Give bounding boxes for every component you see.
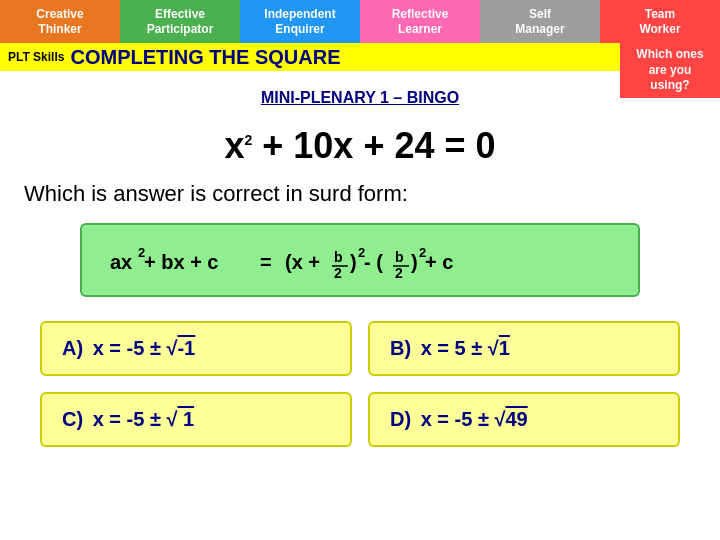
completing-title: COMPLETING THE SQUARE <box>70 46 712 69</box>
answer-a-value: x = -5 ± √ <box>93 337 178 359</box>
which-answer-text: Which is answer is correct in surd form: <box>20 181 700 207</box>
answer-b-value: x = 5 ± √ <box>421 337 499 359</box>
skill-team-worker: TeamWorker <box>600 0 720 43</box>
answer-d-value: x = -5 ± √ <box>421 408 506 430</box>
plt-label: PLT Skills <box>8 50 64 64</box>
formula-box: ax 2 + bx + c = (x + b 2 ) 2 - ( b 2 ) 2… <box>80 223 640 297</box>
answer-d-label: D) <box>390 408 411 430</box>
answer-a[interactable]: A) x = -5 ± √-1 <box>40 321 352 376</box>
skill-effective-participator: EffectiveParticipator <box>120 0 240 43</box>
svg-text:2: 2 <box>334 265 342 281</box>
svg-text:ax: ax <box>110 251 132 273</box>
plt-bar: PLT Skills COMPLETING THE SQUARE <box>0 43 720 71</box>
answer-c[interactable]: C) x = -5 ± √ 1 <box>40 392 352 447</box>
svg-text:+ bx + c: + bx + c <box>144 251 219 273</box>
svg-text:- (: - ( <box>364 251 383 273</box>
answer-c-sqrt: 1 <box>177 408 194 430</box>
answer-d[interactable]: D) x = -5 ± √49 <box>368 392 680 447</box>
answers-grid: A) x = -5 ± √-1 B) x = 5 ± √1 C) x = -5 … <box>20 321 700 447</box>
answer-d-sqrt: 49 <box>505 408 527 430</box>
svg-text:): ) <box>411 251 418 273</box>
answer-b-label: B) <box>390 337 411 359</box>
svg-text:): ) <box>350 251 357 273</box>
answer-c-label: C) <box>62 408 83 430</box>
which-ones-label: Which ones are you using? <box>620 43 720 98</box>
skill-independent-enquirer: IndependentEnquirer <box>240 0 360 43</box>
skill-self-manager: SelfManager <box>480 0 600 43</box>
skill-reflective-learner: ReflectiveLearner <box>360 0 480 43</box>
skill-creative-thinker: CreativeThinker <box>0 0 120 43</box>
main-content: MINI-PLENARY 1 – BINGO x2 + 10x + 24 = 0… <box>0 71 720 457</box>
svg-text:(x +: (x + <box>285 251 320 273</box>
svg-text:+ c: + c <box>425 251 453 273</box>
skill-bar: CreativeThinker EffectiveParticipator In… <box>0 0 720 43</box>
answer-b[interactable]: B) x = 5 ± √1 <box>368 321 680 376</box>
svg-text:2: 2 <box>395 265 403 281</box>
answer-b-sqrt: 1 <box>499 337 510 359</box>
answer-c-value: x = -5 ± √ <box>93 408 178 430</box>
answer-a-sqrt: -1 <box>177 337 195 359</box>
answer-a-label: A) <box>62 337 83 359</box>
svg-text:b: b <box>395 249 404 265</box>
mini-plenary-heading: MINI-PLENARY 1 – BINGO <box>20 89 700 107</box>
svg-text:=: = <box>260 251 272 273</box>
svg-text:b: b <box>334 249 343 265</box>
main-equation: x2 + 10x + 24 = 0 <box>20 125 700 167</box>
